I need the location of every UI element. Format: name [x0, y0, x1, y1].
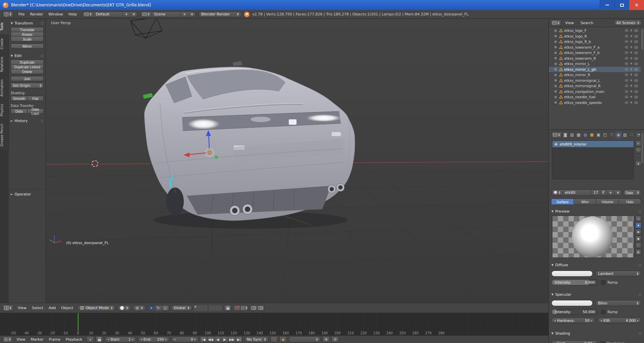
specular-intensity-slider[interactable]: Intensity: 50.000 [551, 309, 598, 315]
layer-toggle[interactable] [205, 308, 207, 310]
mode-select[interactable]: Object Mode [78, 305, 115, 311]
expand-icon[interactable]: ⊕ [554, 78, 558, 82]
delete-scene-button[interactable]: × [189, 12, 196, 17]
restrict-icons[interactable] [625, 45, 639, 49]
layer-toggle[interactable] [214, 305, 217, 308]
increment-icon[interactable]: ▸ [132, 338, 134, 341]
users-count-button[interactable]: 17 [591, 190, 600, 195]
restrict-icons[interactable] [625, 73, 639, 77]
data-button[interactable]: Data [11, 109, 28, 114]
decrement-icon[interactable]: ◂ [141, 338, 142, 341]
object-name[interactable]: etkss_lowerarm_F_b [564, 51, 600, 55]
outliner-item[interactable]: ⊕ etkss_mirror_R [549, 72, 641, 78]
physics-tab-icon[interactable]: ◔ [635, 132, 641, 138]
toolshelf-tab[interactable]: Relations [0, 53, 9, 76]
expand-icon[interactable]: ⊕ [554, 73, 558, 77]
join-button[interactable]: Join [11, 76, 44, 81]
restrict-icons[interactable] [625, 51, 639, 55]
properties-scrollbar[interactable] [641, 133, 643, 163]
layer-group-1[interactable] [194, 305, 207, 310]
decrement-icon[interactable]: ◂ [107, 338, 109, 341]
layer-toggle[interactable] [202, 305, 205, 308]
viewport-3d[interactable]: User Persp (0) etkss_doorpanel_FL [46, 19, 548, 303]
browse-scene-button[interactable] [141, 12, 152, 17]
toolshelf-tab[interactable]: Create [0, 35, 9, 53]
toolshelf-tab[interactable]: Grease Pencil [0, 120, 9, 150]
menu-item[interactable]: Window [46, 11, 66, 17]
preview-type-button[interactable]: ■ [635, 229, 641, 235]
decrement-icon[interactable]: ◂ [554, 342, 556, 343]
outliner-scrollbar[interactable] [641, 29, 643, 50]
menu-item[interactable]: Add [46, 305, 58, 311]
increment-icon[interactable]: ▸ [637, 319, 639, 322]
object-name[interactable]: etkss_logo_R [564, 34, 587, 38]
mirror-button[interactable]: Mirror [11, 44, 44, 49]
sync-mode-select[interactable]: No Sync [244, 336, 269, 342]
rotate-manipulator-button[interactable]: ↻ [155, 305, 162, 311]
diffuse-panel-header[interactable]: ▼ Diffuse [551, 262, 641, 268]
restrict-icons[interactable] [625, 95, 639, 99]
expand-icon[interactable]: ⊕ [554, 95, 558, 99]
operator-panel-header[interactable]: ► Operator [11, 191, 44, 197]
increment-icon[interactable]: ▸ [593, 342, 595, 343]
material-slot[interactable]: ◉ etk800_interior [552, 141, 634, 147]
preview-type-button[interactable]: ~ [635, 242, 641, 248]
expand-icon[interactable]: ⊕ [554, 51, 558, 55]
diffuse-color-swatch[interactable] [551, 271, 593, 277]
increment-icon[interactable]: ▸ [195, 338, 196, 341]
transport-button[interactable]: ▶ [221, 336, 228, 342]
panel-grip-icon[interactable] [41, 119, 44, 122]
diffuse-intensity-slider[interactable]: Intensity: 0.800 [551, 279, 598, 285]
increment-icon[interactable]: ▸ [165, 338, 167, 341]
layer-toggle[interactable] [212, 308, 214, 310]
preview-type-button[interactable]: ◉ [635, 236, 641, 242]
material-type-tab[interactable]: Wire [574, 198, 596, 205]
increment-icon[interactable]: ▸ [591, 319, 592, 322]
outliner-item[interactable]: ⊕ etkss_lowerarm_F_a [549, 45, 641, 50]
specular-panel-header[interactable]: ▼ Specular [551, 291, 641, 297]
outliner-item[interactable]: ⊕ etkss_mirror_L [549, 61, 641, 67]
current-frame-field[interactable]: ◂ 0 ▸ [171, 337, 199, 342]
opengl-render-button[interactable] [250, 305, 257, 311]
lock-time-button[interactable] [96, 336, 103, 342]
object-name[interactable]: etkss_mirrorsignal_L [564, 78, 600, 82]
browse-material-button[interactable] [552, 190, 563, 195]
end-frame-field[interactable]: ◂ End: 250 ▸ [138, 337, 169, 342]
current-frame-marker[interactable] [78, 313, 78, 331]
expand-icon[interactable]: ⊕ [554, 34, 558, 38]
restrict-icons[interactable] [625, 40, 639, 44]
outliner-item[interactable]: ⊕ etkss_logo_R_b [549, 39, 641, 45]
outliner-item[interactable]: ⊕ etkss_mirrorsignal_R [549, 83, 641, 89]
menu-item[interactable]: View [15, 305, 29, 311]
panel-grip-icon[interactable] [638, 210, 641, 213]
expand-icon[interactable]: ⊕ [554, 29, 558, 33]
layer-toggle[interactable] [200, 305, 202, 308]
object-name[interactable]: etkss_needle_speedo [564, 101, 602, 105]
menu-item[interactable]: File [16, 11, 27, 17]
layer-toggle[interactable] [194, 305, 197, 308]
decrement-icon[interactable]: ◂ [174, 338, 175, 341]
layer-group-2[interactable] [209, 305, 222, 310]
expand-icon[interactable]: ⊕ [554, 40, 558, 44]
render-layers-tab-icon[interactable]: ▤ [569, 132, 575, 138]
editor-type-timeline-button[interactable]: ◷ [3, 336, 12, 343]
translate-manipulator-button[interactable]: + [148, 305, 155, 311]
layout-name-field[interactable]: Default [94, 12, 123, 17]
decrement-icon[interactable]: ◂ [554, 319, 556, 322]
menu-item[interactable]: Frame [46, 337, 63, 342]
restrict-icons[interactable] [625, 56, 639, 60]
preview-range-button[interactable]: ● [87, 336, 94, 342]
outliner-item[interactable]: ⊕ etkss_logo_F [549, 28, 641, 34]
object-name[interactable]: etkss_logo_F [564, 28, 587, 33]
render-engine-select[interactable]: Blender Render [199, 11, 241, 17]
layer-toggle[interactable] [220, 308, 222, 310]
tool-button[interactable]: Translate [11, 27, 44, 32]
material-slot-list[interactable]: ◉ etk800_interior [552, 140, 634, 179]
outliner-item[interactable]: ⊕ etkss_lowerarm_R [549, 56, 641, 61]
opengl-anim-button[interactable] [257, 305, 264, 311]
layer-toggle[interactable] [214, 308, 217, 310]
toolshelf-tab[interactable]: Animation [0, 76, 9, 100]
outliner-item[interactable]: ⊕ etkss_needle_speedo [549, 100, 641, 106]
tool-button[interactable]: Rotate [11, 32, 44, 37]
outliner-search-menu[interactable]: Search [578, 20, 596, 26]
